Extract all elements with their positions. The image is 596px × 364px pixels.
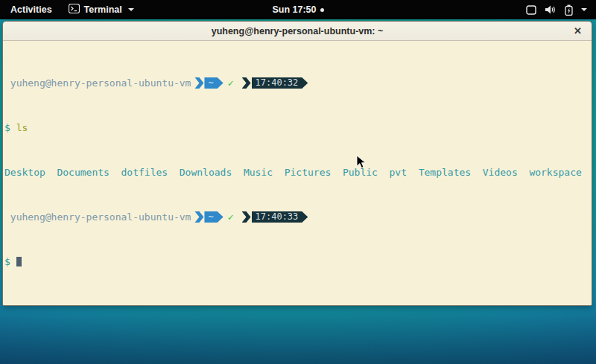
prompt-time-badge: 17:40:32 bbox=[252, 77, 308, 89]
battery-icon bbox=[565, 4, 573, 16]
close-icon[interactable]: ✕ bbox=[574, 22, 582, 41]
prompt-time-badge: 17:40:33 bbox=[252, 211, 308, 223]
prompt-line: yuheng@henry-personal-ubuntu-vm ~ ✓ 17:4… bbox=[4, 77, 590, 89]
directory-entry: workspace bbox=[529, 167, 581, 178]
window-titlebar[interactable]: yuheng@henry-personal-ubuntu-vm: ~ ✕ bbox=[3, 22, 592, 41]
prompt-cwd-badge: ~ bbox=[204, 211, 223, 223]
mouse-cursor-icon bbox=[356, 155, 367, 170]
command-line: $ ls bbox=[4, 122, 590, 133]
check-icon: ✓ bbox=[228, 77, 234, 89]
app-menu-terminal[interactable]: Terminal bbox=[63, 0, 140, 19]
directory-entry: Desktop bbox=[4, 167, 45, 178]
clock-label: Sun 17:50 bbox=[272, 4, 316, 15]
prompt-symbol: $ bbox=[4, 256, 10, 267]
prompt-line: yuheng@henry-personal-ubuntu-vm ~ ✓ 17:4… bbox=[4, 211, 590, 223]
prompt-user-host: yuheng@henry-personal-ubuntu-vm bbox=[4, 77, 191, 89]
notification-dot-icon bbox=[320, 8, 324, 12]
system-status-area[interactable] bbox=[522, 0, 592, 19]
directory-entry: Documents bbox=[57, 167, 109, 178]
directory-entry: pvt bbox=[390, 167, 407, 178]
directory-entry: Videos bbox=[483, 167, 518, 178]
command-line-current: $ bbox=[4, 256, 590, 267]
directory-entry: Music bbox=[244, 167, 273, 178]
powerline-chevron-icon bbox=[242, 211, 251, 223]
powerline-chevron-icon bbox=[194, 77, 203, 89]
app-menu-label: Terminal bbox=[84, 4, 122, 15]
clock-menu[interactable]: Sun 17:50 bbox=[246, 0, 350, 19]
prompt-user-host: yuheng@henry-personal-ubuntu-vm bbox=[4, 211, 191, 223]
terminal-cursor bbox=[16, 257, 22, 266]
directory-entry: Pictures bbox=[285, 167, 332, 178]
screen-icon bbox=[526, 5, 536, 15]
powerline-chevron-icon bbox=[242, 77, 251, 89]
terminal-content[interactable]: yuheng@henry-personal-ubuntu-vm ~ ✓ 17:4… bbox=[3, 41, 592, 305]
terminal-window: yuheng@henry-personal-ubuntu-vm: ~ ✕ yuh… bbox=[2, 21, 592, 306]
check-icon: ✓ bbox=[228, 211, 234, 223]
window-title: yuheng@henry-personal-ubuntu-vm: ~ bbox=[212, 26, 384, 36]
command-text: ls bbox=[16, 122, 28, 133]
activities-button[interactable]: Activities bbox=[0, 0, 63, 19]
terminal-icon bbox=[69, 4, 80, 16]
prompt-cwd-badge: ~ bbox=[204, 77, 223, 89]
directory-entry: Templates bbox=[419, 167, 471, 178]
chevron-down-icon bbox=[581, 8, 587, 11]
ls-output-line: Desktop Documents dotfiles Downloads Mus… bbox=[4, 167, 590, 178]
prompt-symbol: $ bbox=[4, 122, 10, 133]
top-bar: Activities Terminal Sun 17:50 bbox=[0, 0, 596, 19]
powerline-chevron-icon bbox=[194, 211, 203, 223]
directory-entry: dotfiles bbox=[121, 167, 168, 178]
volume-icon bbox=[545, 4, 557, 15]
chevron-down-icon bbox=[128, 8, 134, 11]
directory-entry: Downloads bbox=[180, 167, 232, 178]
